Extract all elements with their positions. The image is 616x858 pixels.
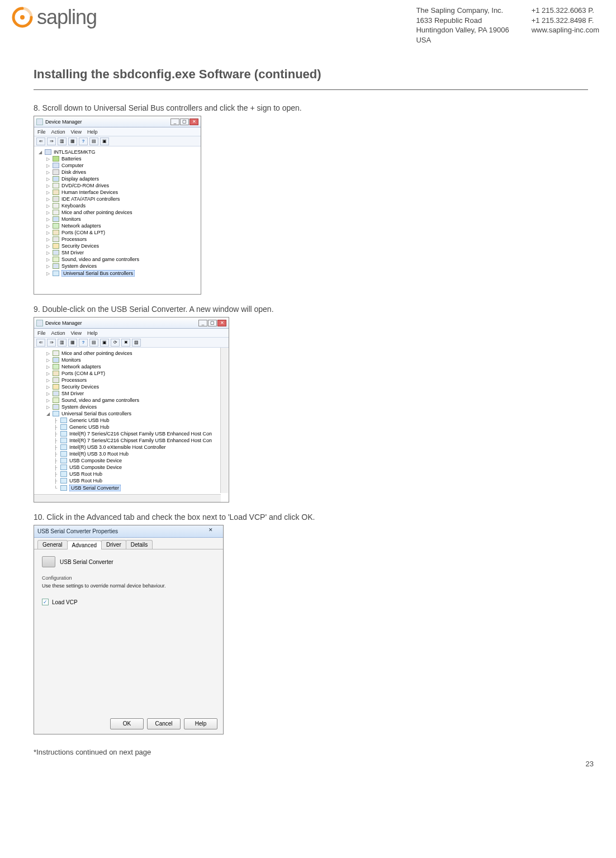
menu-file[interactable]: File <box>37 129 46 135</box>
expand-icon[interactable]: ▷ <box>45 250 50 255</box>
tree-item[interactable]: ▷Network adapters <box>45 222 197 229</box>
expand-icon[interactable]: ▷ <box>45 257 50 262</box>
tree-item[interactable]: ▷Security Devices <box>45 383 225 390</box>
tree-item[interactable]: ▷SM Driver <box>45 249 197 256</box>
tree-item[interactable]: ├Generic USB Hub <box>53 417 225 424</box>
collapse-icon[interactable]: ◢ <box>37 150 42 155</box>
forward-icon[interactable]: ⇒ <box>47 138 56 145</box>
tree-item-usb-serial[interactable]: └ USB Serial Converter <box>53 484 225 492</box>
tree-item[interactable]: ▷Mice and other pointing devices <box>45 350 225 357</box>
tree-item[interactable]: ▷System devices <box>45 404 225 410</box>
menu-help[interactable]: Help <box>87 330 98 336</box>
tree-item[interactable]: ├Generic USB Hub <box>53 424 225 430</box>
toolbar-icon[interactable]: ▥ <box>58 339 67 347</box>
tree-item[interactable]: ▷SM Driver <box>45 390 225 397</box>
tree-item[interactable]: ▷Processors <box>45 377 225 383</box>
tree-item[interactable]: ▷Monitors <box>45 216 197 222</box>
tree-item[interactable]: ▷Ports (COM & LPT) <box>45 229 197 236</box>
horizontal-scrollbar[interactable] <box>34 494 221 502</box>
maximize-button[interactable]: ▢ <box>208 320 217 326</box>
tree-item[interactable]: ▷Processors <box>45 236 197 243</box>
minimize-button[interactable]: _ <box>198 320 207 326</box>
tree-item[interactable]: ├USB Composite Device <box>53 457 225 464</box>
expand-icon[interactable]: ▷ <box>45 351 50 356</box>
menu-help[interactable]: Help <box>87 129 98 135</box>
load-vcp-row[interactable]: ✓ Load VCP <box>42 599 215 605</box>
expand-icon[interactable]: ▷ <box>45 364 50 369</box>
toolbar-icon[interactable]: ▤ <box>89 138 98 145</box>
maximize-button[interactable]: ▢ <box>180 118 189 125</box>
menu-view[interactable]: View <box>71 330 82 336</box>
expand-icon[interactable]: ▷ <box>45 210 50 215</box>
expand-icon[interactable]: ▷ <box>45 244 50 249</box>
tree-item[interactable]: ├USB Root Hub <box>53 471 225 477</box>
collapse-icon[interactable]: ◢ <box>45 411 50 416</box>
toolbar-icon[interactable]: ▥ <box>58 138 67 145</box>
help-icon[interactable]: ? <box>79 138 88 145</box>
toolbar-icon[interactable]: ▦ <box>68 339 77 347</box>
tree-item-usb-parent[interactable]: ◢ Universal Serial Bus controllers <box>45 410 225 417</box>
tab-advanced[interactable]: Advanced <box>67 541 102 549</box>
expand-icon[interactable]: ▷ <box>45 170 50 175</box>
cancel-button[interactable]: Cancel <box>147 718 181 729</box>
close-button[interactable]: ✕ <box>209 527 220 536</box>
toolbar-icon[interactable]: ▧ <box>132 339 141 347</box>
expand-icon[interactable]: ▷ <box>45 358 50 363</box>
expand-icon[interactable]: ▷ <box>45 183 50 188</box>
expand-icon[interactable]: ▷ <box>45 203 50 208</box>
tree-item[interactable]: ▷Display adapters <box>45 176 197 182</box>
expand-icon[interactable]: ▷ <box>45 157 50 162</box>
expand-icon[interactable]: ▷ <box>45 385 50 390</box>
tree-item[interactable]: ▷System devices <box>45 263 197 269</box>
toolbar-icon[interactable]: ▣ <box>100 138 109 145</box>
toolbar-icon[interactable]: ▤ <box>89 339 98 347</box>
vertical-scrollbar[interactable] <box>220 348 228 493</box>
tree-item[interactable]: ▷Computer <box>45 162 197 169</box>
expand-icon[interactable]: ▷ <box>45 391 50 396</box>
tree-item[interactable]: ▷Sound, video and game controllers <box>45 397 225 404</box>
menu-action[interactable]: Action <box>51 129 65 135</box>
toolbar-icon[interactable]: ▦ <box>68 138 77 145</box>
tree-item[interactable]: ├USB Composite Device <box>53 464 225 471</box>
expand-icon[interactable]: ▷ <box>45 237 50 242</box>
back-icon[interactable]: ⇐ <box>36 339 45 347</box>
menu-view[interactable]: View <box>71 129 82 135</box>
expand-icon[interactable]: ▷ <box>45 163 50 168</box>
expand-icon[interactable]: ▷ <box>45 271 50 276</box>
tree-item[interactable]: ├USB Root Hub <box>53 477 225 484</box>
expand-icon[interactable]: ▷ <box>45 197 50 202</box>
tree-item[interactable]: ▷Monitors <box>45 357 225 363</box>
forward-icon[interactable]: ⇒ <box>47 339 56 347</box>
tree-item[interactable]: ▷IDE ATA/ATAPI controllers <box>45 196 197 202</box>
expand-icon[interactable]: ▷ <box>45 217 50 222</box>
expand-icon[interactable]: ▷ <box>45 190 50 195</box>
tab-general[interactable]: General <box>37 540 68 549</box>
toolbar-icon[interactable]: ✖ <box>121 339 130 347</box>
menu-file[interactable]: File <box>37 330 46 336</box>
tree-item[interactable]: ▷Network adapters <box>45 363 225 370</box>
tab-driver[interactable]: Driver <box>101 540 126 549</box>
tree-item[interactable]: ▷Batteries <box>45 155 197 162</box>
tree-item[interactable]: ▷Security Devices <box>45 243 197 249</box>
back-icon[interactable]: ⇐ <box>36 138 45 145</box>
expand-icon[interactable]: ▷ <box>45 378 50 383</box>
tree-item[interactable]: ▷Keyboards <box>45 202 197 209</box>
menu-action[interactable]: Action <box>51 330 65 336</box>
tree-item[interactable]: ├Intel(R) 7 Series/C216 Chipset Family U… <box>53 430 225 437</box>
tree-item[interactable]: ├Intel(R) USB 3.0 Root Hub <box>53 451 225 457</box>
ok-button[interactable]: OK <box>110 718 144 729</box>
expand-icon[interactable]: ▷ <box>45 371 50 376</box>
tree-item[interactable]: ▷Ports (COM & LPT) <box>45 370 225 377</box>
tree-item-usb[interactable]: ▷ Universal Serial Bus controllers <box>45 269 197 277</box>
expand-icon[interactable]: ▷ <box>45 224 50 229</box>
expand-icon[interactable]: ▷ <box>45 398 50 403</box>
minimize-button[interactable]: _ <box>170 118 179 125</box>
tree-item[interactable]: ├Intel(R) USB 3.0 eXtensible Host Contro… <box>53 444 225 451</box>
tree-root[interactable]: ◢ INTLSALESMKTG <box>37 149 197 155</box>
expand-icon[interactable]: ▷ <box>45 230 50 235</box>
tree-item[interactable]: ▷DVD/CD-ROM drives <box>45 182 197 189</box>
tree-item[interactable]: ▷Mice and other pointing devices <box>45 209 197 216</box>
load-vcp-checkbox[interactable]: ✓ <box>42 599 49 605</box>
expand-icon[interactable]: ▷ <box>45 177 50 182</box>
tree-item[interactable]: ├Intel(R) 7 Series/C216 Chipset Family U… <box>53 437 225 444</box>
